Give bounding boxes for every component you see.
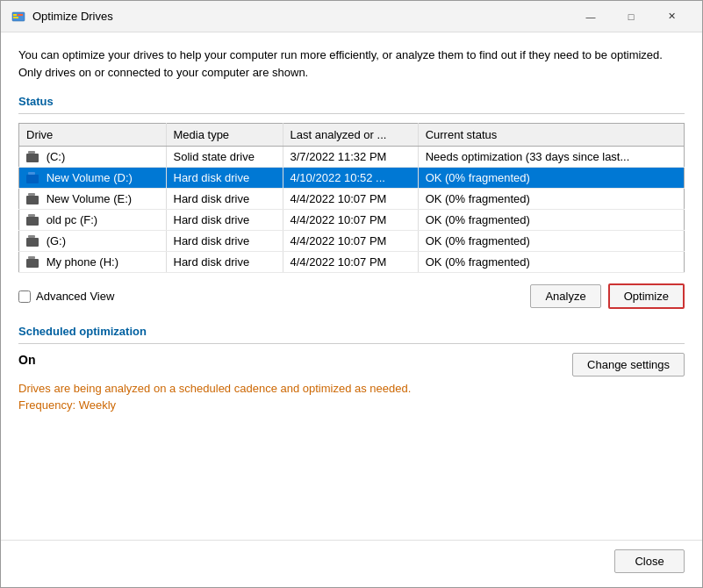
svg-rect-3 — [18, 14, 23, 16]
drives-table: Drive Media type Last analyzed or ... Cu… — [18, 123, 685, 273]
svg-rect-2 — [13, 17, 18, 18]
optimize-drives-window: Optimize Drives — □ ✕ You can optimize y… — [0, 0, 703, 588]
current-status-cell: OK (0% fragmented) — [418, 252, 684, 273]
status-separator — [18, 113, 685, 114]
media-type-cell: Solid state drive — [166, 147, 283, 168]
last-analyzed-cell: 4/4/2022 10:07 PM — [283, 231, 418, 252]
svg-rect-1 — [13, 14, 17, 16]
table-row[interactable]: New Volume (E:) Hard disk drive 4/4/2022… — [19, 189, 685, 210]
media-type-cell: Hard disk drive — [166, 231, 283, 252]
col-media-type: Media type — [166, 124, 283, 147]
table-row[interactable]: (G:) Hard disk drive 4/4/2022 10:07 PM O… — [19, 231, 685, 252]
drives-list: (C:) Solid state drive 3/7/2022 11:32 PM… — [19, 147, 685, 273]
maximize-button[interactable]: □ — [611, 4, 651, 30]
drives-toolbar: Advanced View Analyze Optimize — [18, 283, 685, 309]
drive-icon — [26, 217, 39, 226]
col-current-status: Current status — [418, 124, 684, 147]
scheduled-separator — [18, 343, 685, 344]
close-window-button[interactable]: ✕ — [651, 4, 692, 30]
current-status-cell: Needs optimization (33 days since last..… — [418, 147, 684, 168]
titlebar: Optimize Drives — □ ✕ — [1, 1, 702, 32]
last-analyzed-cell: 4/10/2022 10:52 ... — [283, 168, 418, 189]
drive-cell: (C:) — [19, 147, 167, 168]
current-status-cell: OK (0% fragmented) — [418, 210, 684, 231]
drive-icon — [26, 238, 39, 247]
table-row[interactable]: My phone (H:) Hard disk drive 4/4/2022 1… — [19, 252, 685, 273]
advanced-view-text: Advanced View — [36, 290, 114, 303]
media-type-cell: Hard disk drive — [166, 252, 283, 273]
table-row[interactable]: (C:) Solid state drive 3/7/2022 11:32 PM… — [19, 147, 685, 168]
table-row[interactable]: New Volume (D:) Hard disk drive 4/10/202… — [19, 168, 685, 189]
change-settings-button[interactable]: Change settings — [572, 353, 685, 376]
drive-name: New Volume (D:) — [47, 171, 133, 184]
scheduled-section-label: Scheduled optimization — [18, 325, 685, 338]
scheduled-frequency: Frequency: Weekly — [18, 398, 685, 412]
drive-name: (G:) — [47, 234, 66, 247]
analyze-button[interactable]: Analyze — [530, 284, 600, 308]
drive-cell: New Volume (E:) — [19, 189, 167, 210]
defrag-icon — [11, 10, 25, 24]
media-type-cell: Hard disk drive — [166, 189, 283, 210]
drive-cell: (G:) — [19, 231, 167, 252]
drive-cell: New Volume (D:) — [19, 168, 167, 189]
main-content: You can optimize your drives to help you… — [1, 32, 702, 540]
minimize-button[interactable]: — — [570, 4, 611, 30]
drive-name: old pc (F:) — [47, 213, 98, 226]
advanced-view-checkbox[interactable] — [18, 290, 31, 303]
drive-icon — [26, 259, 39, 268]
drive-icon — [26, 196, 39, 204]
last-analyzed-cell: 4/4/2022 10:07 PM — [283, 252, 418, 273]
drive-cell: old pc (F:) — [19, 210, 167, 231]
current-status-cell: OK (0% fragmented) — [418, 168, 684, 189]
window-controls: — □ ✕ — [570, 4, 692, 30]
status-section-label: Status — [18, 95, 685, 108]
scheduled-header: On Change settings — [18, 353, 685, 376]
scheduled-status: On — [18, 353, 572, 367]
optimize-button[interactable]: Optimize — [608, 283, 685, 309]
table-header-row: Drive Media type Last analyzed or ... Cu… — [19, 124, 685, 147]
table-row[interactable]: old pc (F:) Hard disk drive 4/4/2022 10:… — [19, 210, 685, 231]
drive-name: New Volume (E:) — [47, 192, 133, 205]
advanced-view-label[interactable]: Advanced View — [18, 290, 523, 303]
scheduled-section: Scheduled optimization On Change setting… — [18, 325, 685, 412]
drive-icon — [26, 154, 39, 162]
media-type-cell: Hard disk drive — [166, 210, 283, 231]
last-analyzed-cell: 3/7/2022 11:32 PM — [283, 147, 418, 168]
current-status-cell: OK (0% fragmented) — [418, 231, 684, 252]
last-analyzed-cell: 4/4/2022 10:07 PM — [283, 189, 418, 210]
drive-name: (C:) — [47, 150, 66, 163]
drive-name: My phone (H:) — [47, 255, 118, 269]
last-analyzed-cell: 4/4/2022 10:07 PM — [283, 210, 418, 231]
col-drive: Drive — [19, 124, 167, 147]
scheduled-description: Drives are being analyzed on a scheduled… — [18, 382, 685, 395]
dialog-footer: Close — [1, 540, 702, 587]
media-type-cell: Hard disk drive — [166, 168, 283, 189]
col-last-analyzed: Last analyzed or ... — [283, 124, 418, 147]
close-dialog-button[interactable]: Close — [614, 549, 685, 573]
drive-icon — [26, 175, 39, 183]
description-text: You can optimize your drives to help you… — [18, 47, 685, 81]
current-status-cell: OK (0% fragmented) — [418, 189, 684, 210]
window-title: Optimize Drives — [32, 10, 570, 23]
drive-cell: My phone (H:) — [19, 252, 167, 273]
